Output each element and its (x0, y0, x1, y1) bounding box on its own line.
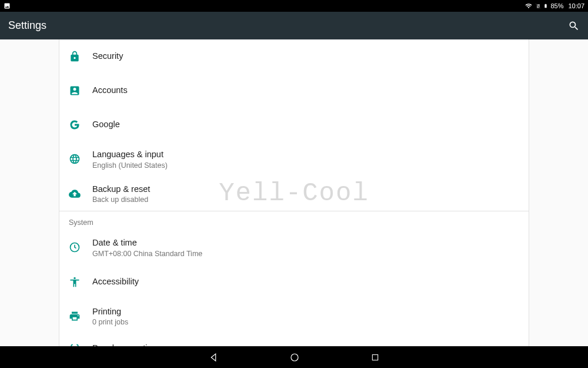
section-header-system: System (59, 211, 529, 230)
globe-icon (69, 153, 81, 165)
settings-item-backup[interactable]: Backup & reset Back up disabled (59, 177, 529, 211)
svg-point-1 (74, 277, 75, 279)
row-title: Developer options (92, 343, 161, 346)
braces-icon (69, 343, 81, 346)
row-title: Printing (92, 306, 128, 318)
printer-icon (69, 310, 81, 322)
back-triangle-icon (208, 352, 219, 363)
clock-icon (69, 241, 81, 253)
row-title: Google (92, 119, 120, 131)
nav-recent-button[interactable] (370, 353, 380, 362)
search-button[interactable] (568, 20, 580, 32)
recent-square-icon (370, 353, 380, 362)
cloud-upload-icon (69, 188, 81, 200)
google-icon (69, 119, 81, 131)
person-icon (69, 85, 81, 97)
accessibility-icon (69, 276, 81, 288)
settings-item-security[interactable]: Security (59, 39, 529, 74)
settings-item-accounts[interactable]: Accounts (59, 74, 529, 108)
nav-back-button[interactable] (208, 352, 219, 363)
home-circle-icon (289, 352, 300, 363)
nav-home-button[interactable] (289, 352, 300, 363)
search-icon (568, 20, 580, 32)
lock-icon (69, 51, 81, 62)
content-area: Yell-Cool Security Accounts Google (0, 39, 588, 346)
svg-point-2 (291, 354, 298, 361)
status-bar: 85% 10:07 (0, 0, 588, 12)
row-title: Backup & reset (92, 184, 150, 195)
image-icon (4, 2, 11, 9)
row-subtitle: Back up disabled (92, 195, 150, 204)
row-subtitle: GMT+08:00 China Standard Time (92, 250, 202, 258)
svg-rect-3 (372, 354, 377, 360)
row-title: Date & time (92, 237, 202, 249)
row-subtitle: English (United States) (92, 161, 168, 170)
row-subtitle: 0 print jobs (92, 318, 128, 326)
battery-percent: 85% (550, 2, 563, 9)
row-title: Accessibility (92, 276, 139, 288)
settings-item-datetime[interactable]: Date & time GMT+08:00 China Standard Tim… (59, 230, 529, 265)
settings-item-developer[interactable]: Developer options (59, 333, 529, 346)
row-title: Accounts (92, 85, 128, 97)
row-title: Languages & input (92, 149, 168, 161)
page-title: Settings (8, 19, 46, 32)
settings-item-printing[interactable]: Printing 0 print jobs (59, 299, 529, 334)
no-sim-icon (535, 2, 541, 9)
app-bar: Settings (0, 12, 588, 39)
clock-text: 10:07 (568, 2, 584, 9)
settings-item-google[interactable]: Google (59, 108, 529, 142)
wifi-icon (524, 2, 533, 9)
battery-icon (543, 2, 548, 9)
row-title: Security (92, 51, 123, 62)
settings-item-languages[interactable]: Languages & input English (United States… (59, 142, 529, 177)
nav-bar (0, 346, 588, 368)
settings-item-accessibility[interactable]: Accessibility (59, 265, 529, 299)
settings-panel: Security Accounts Google Languages & inp… (59, 39, 529, 346)
